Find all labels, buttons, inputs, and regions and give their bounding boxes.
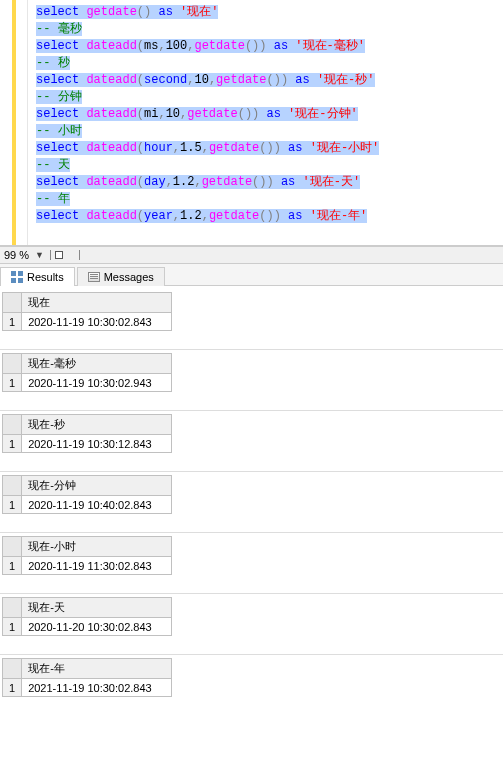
cell-value[interactable]: 2020-11-19 10:40:02.843 — [22, 496, 172, 514]
grid-icon — [11, 271, 23, 283]
row-number: 1 — [3, 618, 22, 636]
row-number: 1 — [3, 435, 22, 453]
row-number: 1 — [3, 313, 22, 331]
code-line[interactable]: select dateadd(second,10,getdate()) as '… — [36, 72, 495, 89]
table-row[interactable]: 12020-11-19 10:30:02.943 — [3, 374, 172, 392]
result-grid: 现在-年12021-11-19 10:30:02.843 — [0, 658, 503, 697]
grid-corner — [3, 659, 22, 679]
change-marker — [12, 0, 16, 245]
tab-messages[interactable]: Messages — [77, 267, 165, 286]
tab-results[interactable]: Results — [0, 267, 75, 286]
zoom-slider[interactable] — [50, 250, 80, 260]
result-grid: 现在-天12020-11-20 10:30:02.843 — [0, 597, 503, 636]
code-line[interactable]: -- 毫秒 — [36, 21, 495, 38]
code-line[interactable]: select dateadd(year,1.2,getdate()) as '现… — [36, 208, 495, 225]
column-header[interactable]: 现在-天 — [22, 598, 172, 618]
code-line[interactable]: -- 年 — [36, 191, 495, 208]
cell-value[interactable]: 2020-11-19 10:30:12.843 — [22, 435, 172, 453]
result-grid: 现在12020-11-19 10:30:02.843 — [0, 292, 503, 331]
result-table[interactable]: 现在-年12021-11-19 10:30:02.843 — [2, 658, 172, 697]
results-area: 现在12020-11-19 10:30:02.843现在-毫秒12020-11-… — [0, 286, 503, 697]
result-table[interactable]: 现在-小时12020-11-19 11:30:02.843 — [2, 536, 172, 575]
result-grid: 现在-小时12020-11-19 11:30:02.843 — [0, 536, 503, 575]
cell-value[interactable]: 2021-11-19 10:30:02.843 — [22, 679, 172, 697]
grid-corner — [3, 537, 22, 557]
code-line[interactable]: -- 秒 — [36, 55, 495, 72]
table-row[interactable]: 12021-11-19 10:30:02.843 — [3, 679, 172, 697]
zoom-dropdown-icon[interactable]: ▼ — [35, 250, 44, 260]
result-table[interactable]: 现在12020-11-19 10:30:02.843 — [2, 292, 172, 331]
code-line[interactable]: select dateadd(day,1.2,getdate()) as '现在… — [36, 174, 495, 191]
table-row[interactable]: 12020-11-19 10:30:12.843 — [3, 435, 172, 453]
column-header[interactable]: 现在-年 — [22, 659, 172, 679]
code-line[interactable]: -- 小时 — [36, 123, 495, 140]
row-number: 1 — [3, 557, 22, 575]
sql-editor[interactable]: select getdate() as '现在'-- 毫秒select date… — [0, 0, 503, 246]
table-row[interactable]: 12020-11-19 11:30:02.843 — [3, 557, 172, 575]
cell-value[interactable]: 2020-11-20 10:30:02.843 — [22, 618, 172, 636]
result-grid: 现在-毫秒12020-11-19 10:30:02.943 — [0, 353, 503, 392]
result-table[interactable]: 现在-毫秒12020-11-19 10:30:02.943 — [2, 353, 172, 392]
column-header[interactable]: 现在 — [22, 293, 172, 313]
table-row[interactable]: 12020-11-20 10:30:02.843 — [3, 618, 172, 636]
code-line[interactable]: -- 分钟 — [36, 89, 495, 106]
column-header[interactable]: 现在-毫秒 — [22, 354, 172, 374]
column-header[interactable]: 现在-小时 — [22, 537, 172, 557]
result-grid: 现在-秒12020-11-19 10:30:12.843 — [0, 414, 503, 453]
code-area[interactable]: select getdate() as '现在'-- 毫秒select date… — [28, 0, 503, 245]
column-header[interactable]: 现在-秒 — [22, 415, 172, 435]
row-number: 1 — [3, 679, 22, 697]
grid-corner — [3, 293, 22, 313]
code-line[interactable]: select dateadd(ms,100,getdate()) as '现在-… — [36, 38, 495, 55]
tab-messages-label: Messages — [104, 271, 154, 283]
grid-corner — [3, 598, 22, 618]
result-table[interactable]: 现在-分钟12020-11-19 10:40:02.843 — [2, 475, 172, 514]
cell-value[interactable]: 2020-11-19 10:30:02.843 — [22, 313, 172, 331]
result-table[interactable]: 现在-秒12020-11-19 10:30:12.843 — [2, 414, 172, 453]
messages-icon — [88, 272, 100, 282]
result-grid: 现在-分钟12020-11-19 10:40:02.843 — [0, 475, 503, 514]
zoom-bar: 99 % ▼ — [0, 246, 503, 264]
code-line[interactable]: select dateadd(hour,1.5,getdate()) as '现… — [36, 140, 495, 157]
table-row[interactable]: 12020-11-19 10:30:02.843 — [3, 313, 172, 331]
editor-gutter — [0, 0, 28, 245]
column-header[interactable]: 现在-分钟 — [22, 476, 172, 496]
cell-value[interactable]: 2020-11-19 10:30:02.943 — [22, 374, 172, 392]
table-row[interactable]: 12020-11-19 10:40:02.843 — [3, 496, 172, 514]
cell-value[interactable]: 2020-11-19 11:30:02.843 — [22, 557, 172, 575]
grid-corner — [3, 354, 22, 374]
code-line[interactable]: select getdate() as '现在' — [36, 4, 495, 21]
results-tabs: Results Messages — [0, 264, 503, 286]
result-table[interactable]: 现在-天12020-11-20 10:30:02.843 — [2, 597, 172, 636]
grid-corner — [3, 476, 22, 496]
code-line[interactable]: select dateadd(mi,10,getdate()) as '现在-分… — [36, 106, 495, 123]
tab-results-label: Results — [27, 271, 64, 283]
row-number: 1 — [3, 496, 22, 514]
zoom-level: 99 % — [4, 249, 29, 261]
grid-corner — [3, 415, 22, 435]
row-number: 1 — [3, 374, 22, 392]
code-line[interactable]: -- 天 — [36, 157, 495, 174]
